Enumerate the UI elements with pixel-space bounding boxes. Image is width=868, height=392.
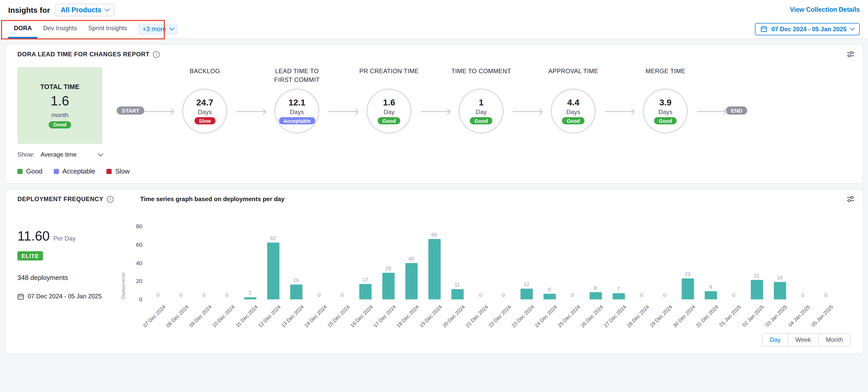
deployment-bar[interactable] (290, 285, 302, 299)
collection-selector[interactable]: All Products (55, 3, 115, 16)
stage-circle[interactable]: 12.1DaysAcceptable (274, 89, 319, 133)
info-icon[interactable] (107, 196, 114, 202)
info-icon[interactable] (153, 51, 160, 58)
lead-time-card: DORA LEAD TIME FOR CHANGES REPORT TOTAL … (5, 44, 863, 184)
x-axis-label: 07 Dec 2024 (142, 304, 166, 329)
deployment-bar[interactable] (589, 292, 601, 299)
stage-unit: Day (476, 109, 487, 116)
total-time-value: 1.6 (51, 93, 69, 109)
bar-slot: 1223 Dec 2024 (515, 226, 538, 299)
settings-sliders-icon[interactable] (846, 195, 855, 203)
view-collection-details-link[interactable]: View Collection Details (790, 6, 860, 13)
end-pill: END (726, 107, 747, 115)
deployment-rate-value: 11.60 (18, 228, 50, 244)
tab-dev-insights[interactable]: Dev Insights (38, 20, 83, 38)
deployment-bar[interactable] (244, 298, 256, 299)
legend-item-good: Good (18, 167, 42, 175)
stage-circle[interactable]: 1DayGood (459, 89, 504, 133)
deployment-frequency-card: DEPLOYMENT FREQUENCY Time series graph b… (5, 189, 863, 354)
stage-circle[interactable]: 24.7DaysSlow (182, 89, 227, 133)
deployment-bar[interactable] (267, 243, 279, 299)
deployment-bar[interactable] (428, 239, 440, 299)
tabs-list: DORADev InsightsSprint Insights (8, 20, 133, 38)
deployment-date-range: 07 Dec 2024 - 05 Jan 2025 (18, 293, 123, 300)
stage-badge: Good (470, 117, 492, 124)
stage-value: 3.9 (659, 98, 672, 108)
tab-dora[interactable]: DORA (8, 20, 38, 38)
deployment-bar[interactable] (359, 284, 371, 299)
bar-value-label: 8 (594, 285, 597, 291)
date-range-picker[interactable]: 07 Dec 2024 - 05 Jan 2025 (755, 23, 860, 35)
bar-slot: 1716 Dec 2024 (354, 226, 377, 299)
stage-value: 4.4 (567, 98, 579, 108)
more-tabs-button[interactable]: +3 more (138, 23, 178, 34)
bar-value-label: 0 (824, 292, 827, 298)
chevron-down-icon (105, 6, 110, 11)
deployment-bar[interactable] (543, 294, 556, 299)
chevron-down-icon (169, 25, 174, 30)
bar-value-label: 62 (270, 235, 276, 241)
tab-sprint-insights[interactable]: Sprint Insights (83, 20, 133, 38)
x-axis-label: 17 Dec 2024 (372, 304, 397, 329)
x-axis-label: 24 Dec 2024 (533, 304, 558, 329)
settings-sliders-icon[interactable] (846, 51, 855, 58)
bar-value-label: 40 (408, 255, 414, 261)
bar-value-label: 0 (663, 292, 666, 298)
deployment-bar[interactable] (405, 263, 417, 299)
bar-slot: 211 Dec 2024 (239, 226, 261, 299)
bar-slot: 010 Dec 2024 (215, 226, 239, 299)
legend-label: Acceptable (62, 167, 95, 175)
deployment-bar[interactable] (705, 291, 717, 299)
x-axis-label: 08 Dec 2024 (165, 304, 190, 329)
x-axis-label: 05 Jan 2025 (810, 304, 834, 328)
toggle-row: DayWeekMonth (5, 333, 863, 354)
bar-value-label: 0 (479, 292, 482, 298)
bar-slot: 029 Dec 2024 (653, 226, 676, 299)
bar-slot: 009 Dec 2024 (192, 226, 215, 299)
stage-value: 1 (479, 98, 484, 108)
y-tick-label: 60 (136, 242, 143, 248)
x-axis-label: 30 Dec 2024 (672, 304, 696, 329)
deployment-bar[interactable] (612, 293, 625, 299)
flow-arrow-icon (237, 111, 265, 112)
show-metric-dropdown[interactable]: Average time (41, 151, 102, 158)
x-axis-label: 01 Jan 2025 (718, 304, 742, 328)
bar-slot: 025 Dec 2024 (561, 226, 584, 299)
view-toggle-month[interactable]: Month (818, 334, 850, 346)
stage-badge: Slow (194, 117, 215, 124)
deployment-bar[interactable] (520, 289, 532, 299)
x-axis-label: 19 Dec 2024 (418, 304, 443, 329)
stage-circle[interactable]: 4.4DaysGood (551, 89, 596, 133)
view-toggle-day[interactable]: Day (763, 334, 788, 346)
deployment-bar[interactable] (382, 273, 394, 299)
bar-slot: 1613 Dec 2024 (284, 226, 308, 299)
bar-slot: 727 Dec 2024 (607, 226, 630, 299)
stage-unit: Days (290, 109, 304, 116)
show-label: Show: (18, 151, 35, 158)
deployment-bar[interactable] (750, 280, 763, 299)
stage-lead-time-to-first-commit: LEAD TIME TO FIRST COMMIT12.1DaysAccepta… (265, 67, 329, 133)
more-tabs-label: +3 more (143, 25, 166, 32)
deployment-bar[interactable] (681, 278, 694, 299)
deployment-bar[interactable] (451, 290, 463, 299)
pipeline: STARTBACKLOG24.7DaysSlowLEAD TIME TO FIR… (117, 67, 747, 133)
stage-pr-creation-time: PR CREATION TIME1.6DayGood (357, 67, 421, 133)
bar-value-label: 17 (362, 277, 368, 282)
x-axis-label: 03 Jan 2025 (764, 304, 788, 328)
bar-value-label: 0 (156, 292, 159, 298)
bar-value-label: 9 (709, 284, 712, 290)
deployment-bar[interactable] (774, 282, 786, 299)
stage-circle[interactable]: 3.9DaysGood (643, 89, 688, 133)
bar-value-label: 0 (317, 292, 320, 298)
stage-circle[interactable]: 1.6DayGood (367, 89, 411, 133)
x-axis-label: 27 Dec 2024 (602, 304, 627, 329)
stage-badge: Good (654, 117, 677, 124)
legend-label: Good (26, 167, 42, 175)
page-title: Insights for (8, 5, 50, 14)
x-axis-label: 16 Dec 2024 (349, 304, 374, 329)
bar-value-label: 19 (777, 275, 782, 280)
top-header: Insights for All Products View Collectio… (0, 0, 868, 20)
y-axis: Deployments 020406080 (123, 226, 146, 299)
x-axis-label: 21 Dec 2024 (464, 304, 489, 329)
view-toggle-week[interactable]: Week (788, 334, 818, 346)
